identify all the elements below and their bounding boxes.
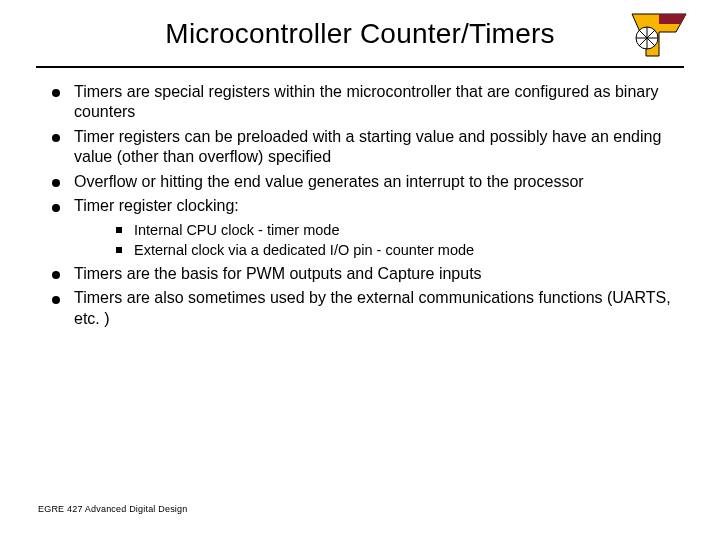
bullet-text: Overflow or hitting the end value genera… [74,173,584,190]
bullet-item: Overflow or hitting the end value genera… [48,172,672,192]
slide: Microcontroller Counter/Timers Timers ar… [0,0,720,540]
slide-title: Microcontroller Counter/Timers [36,18,684,50]
slide-header: Microcontroller Counter/Timers [36,0,684,68]
svg-marker-1 [659,14,686,24]
bullet-list: Timers are special registers within the … [48,82,672,329]
bullet-text: Timers are special registers within the … [74,83,659,120]
bullet-text: Timers are the basis for PWM outputs and… [74,265,482,282]
bullet-item: Timers are also sometimes used by the ex… [48,288,672,329]
bullet-text: Timers are also sometimes used by the ex… [74,289,671,326]
bullet-item: Timers are special registers within the … [48,82,672,123]
slide-content: Timers are special registers within the … [0,68,720,329]
sub-bullet-text: Internal CPU clock - timer mode [134,222,339,238]
bullet-item: Timer registers can be preloaded with a … [48,127,672,168]
sub-bullet-item: Internal CPU clock - timer mode [114,221,672,240]
bullet-text: Timer registers can be preloaded with a … [74,128,661,165]
slide-footer: EGRE 427 Advanced Digital Design [38,504,187,514]
vt-logo-icon [628,8,690,62]
bullet-item: Timers are the basis for PWM outputs and… [48,264,672,284]
sub-bullet-item: External clock via a dedicated I/O pin -… [114,241,672,260]
sub-bullet-list: Internal CPU clock - timer mode External… [74,221,672,260]
sub-bullet-text: External clock via a dedicated I/O pin -… [134,242,474,258]
bullet-text: Timer register clocking: [74,197,239,214]
bullet-item: Timer register clocking: Internal CPU cl… [48,196,672,260]
